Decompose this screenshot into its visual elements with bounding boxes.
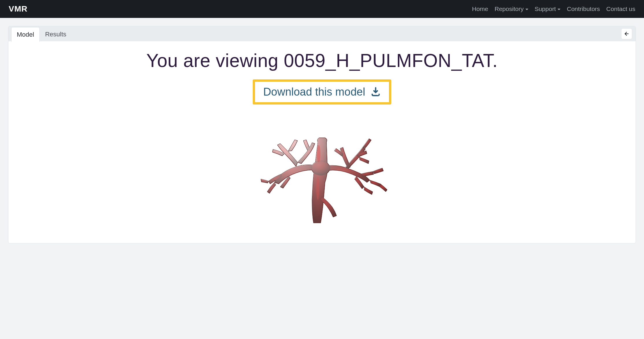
tab-model[interactable]: Model [11,27,40,42]
vascular-model-image [247,116,397,226]
svg-point-3 [317,145,320,162]
content-card: Model Results You are viewing 0059_H_PUL… [8,26,636,243]
nav-repository-label: Repository [494,5,523,12]
svg-point-1 [377,94,379,95]
page-title: You are viewing 0059_H_PULMFON_TAT. [20,50,624,71]
nav-home[interactable]: Home [472,5,488,12]
navbar: VMR Home Repository Support Contributors… [0,0,644,18]
back-button[interactable] [621,28,632,39]
download-button[interactable]: Download this model [253,79,391,105]
chevron-down-icon [558,9,560,10]
nav-support[interactable]: Support [535,5,561,12]
main-container: Model Results You are viewing 0059_H_PUL… [0,18,644,243]
arrow-left-icon [624,31,630,37]
nav-contact[interactable]: Contact us [606,5,635,12]
download-icon [370,87,381,97]
model-id: 0059_H_PULMFON_TAT [284,50,492,71]
navbar-nav: Home Repository Support Contributors Con… [472,5,635,12]
title-prefix: You are viewing [146,50,284,71]
nav-contributors[interactable]: Contributors [567,5,600,12]
download-label: Download this model [263,86,365,98]
card-content: You are viewing 0059_H_PULMFON_TAT. Down… [8,41,636,243]
model-viewer[interactable] [20,116,624,226]
chevron-down-icon [525,9,528,10]
nav-repository[interactable]: Repository [494,5,528,12]
tab-results[interactable]: Results [40,27,72,42]
svg-point-4 [316,177,319,200]
brand-link[interactable]: VMR [9,4,27,14]
svg-point-2 [311,161,330,175]
title-suffix: . [492,50,498,71]
tabs-bar: Model Results [8,26,636,41]
nav-support-label: Support [535,5,556,12]
